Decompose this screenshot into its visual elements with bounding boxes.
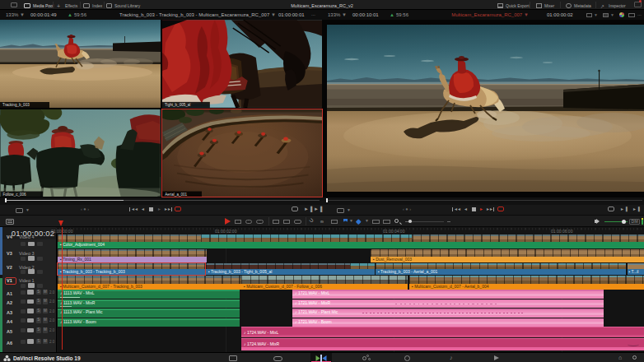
svg-text:Aerial_a_001: Aerial_a_001 xyxy=(165,192,187,196)
svg-text:Follow_c_006: Follow_c_006 xyxy=(2,192,26,196)
svg-text:Tracking_b_003: Tracking_b_003 xyxy=(2,103,30,107)
svg-text:Tight_b_005_al: Tight_b_005_al xyxy=(164,103,189,107)
